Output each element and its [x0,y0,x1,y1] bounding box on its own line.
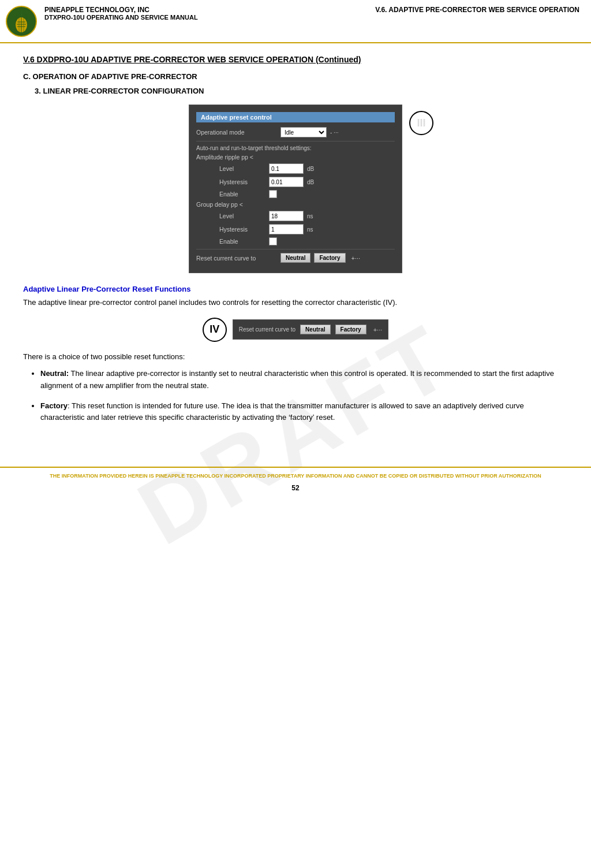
group-delay-row: Group delay pp < [196,201,395,208]
section-title: V.6 DXDPRO-10U ADAPTIVE PRE-CORRECTOR WE… [23,55,568,64]
bullet-factory-label: Factory [40,401,68,410]
amplitude-level-input[interactable]: 0.1 [269,163,304,174]
footer-text: THE INFORMATION PROVIDED HEREIN IS PINEA… [12,472,579,480]
reset-row: Reset current curve to Neutral Factory +… [196,253,395,263]
amplitude-hysteresis-row: Hysteresis 0.01 dB [196,177,395,187]
enable-label-1: Enable [219,191,265,198]
amplitude-hysteresis-unit: dB [307,179,317,185]
page-wrapper: PINEAPPLE TECHNOLOGY, INC V.6. ADAPTIVE … [0,0,591,498]
reset-functions-body: The adaptive linear pre-corrector contro… [23,297,568,308]
sub-section-3: 3. LINEAR PRE-CORRECTOR CONFIGURATION [35,87,568,95]
company-logo [6,6,38,38]
level-label-2: Level [219,213,265,219]
header-manual: DTXPRO-10U OPERATING AND SERVICE MANUAL [44,14,579,21]
reset-label: Reset current curve to [196,255,277,262]
iv-reset-label: Reset current curve to [239,326,296,333]
group-level-unit: ns [307,213,317,219]
operational-mode-label: Operational mode [196,129,277,136]
amplitude-level-row: Level 0.1 dB [196,163,395,174]
amplitude-enable-row: Enable [196,190,395,198]
bullet-neutral: Neutral: The linear adaptive pre-correct… [40,368,568,392]
group-enable-checkbox[interactable] [269,237,277,245]
amplitude-hysteresis-input[interactable]: 0.01 [269,177,304,187]
page-header: PINEAPPLE TECHNOLOGY, INC V.6. ADAPTIVE … [0,0,591,43]
callout-IV-circle: IV [203,318,227,342]
group-level-input[interactable]: 18 [269,211,304,221]
group-hysteresis-input[interactable]: 1 [269,224,304,234]
factory-button[interactable]: Factory [314,253,345,263]
operational-mode-row: Operational mode Idle - ··· [196,127,395,137]
bullet-neutral-label: Neutral: [40,369,69,378]
iv-factory-button[interactable]: Factory [335,325,366,334]
iv-more-dots: +··· [373,326,383,333]
more-dots: +··· [351,255,361,262]
header-text: PINEAPPLE TECHNOLOGY, INC V.6. ADAPTIVE … [44,6,579,21]
bullet-factory-text: : This reset function is intended for fu… [40,401,524,422]
level-label-1: Level [219,165,265,172]
hysteresis-label-2: Hysteresis [219,226,265,233]
separator-2 [196,249,395,249]
bullet-neutral-text: The linear adaptive pre-corrector is ins… [40,369,554,390]
neutral-button[interactable]: Neutral [280,253,311,263]
group-hysteresis-unit: ns [307,226,317,233]
header-company-line: PINEAPPLE TECHNOLOGY, INC V.6. ADAPTIVE … [44,6,579,14]
iv-container: IV Reset current curve to Neutral Factor… [23,318,568,342]
page-footer: THE INFORMATION PROVIDED HEREIN IS PINEA… [0,467,591,498]
panel-title: Adaptive preset control [196,112,395,122]
amplitude-enable-checkbox[interactable] [269,190,277,198]
autorun-label: Auto-run and run-to-target threshold set… [196,145,395,151]
iv-neutral-button[interactable]: Neutral [300,325,330,334]
main-content: V.6 DXDPRO-10U ADAPTIVE PRE-CORRECTOR WE… [0,43,591,444]
separator-1 [196,141,395,141]
hysteresis-label-1: Hysteresis [219,178,265,185]
group-delay-label: Group delay pp < [196,201,277,208]
group-enable-row: Enable [196,237,395,245]
bullet-factory: Factory: This reset function is intended… [40,400,568,424]
enable-label-2: Enable [219,238,265,245]
ui-panel-container: Adaptive preset control Operational mode… [23,105,568,273]
operational-mode-select[interactable]: Idle [280,127,327,137]
bullet-list: Neutral: The linear adaptive pre-correct… [40,368,568,424]
group-hysteresis-row: Hysteresis 1 ns [196,224,395,234]
amplitude-label: Amplitude ripple pp < [196,154,277,161]
adaptive-preset-panel: Adaptive preset control Operational mode… [189,105,402,273]
callout-III: III [409,111,433,135]
page-number: 52 [12,483,579,493]
company-name: PINEAPPLE TECHNOLOGY, INC [44,6,149,14]
operational-mode-dots: - ··· [330,129,338,136]
reset-functions-heading: Adaptive Linear Pre-Corrector Reset Func… [23,285,568,293]
chapter-title: V.6. ADAPTIVE PRE-CORRECTOR WEB SERVICE … [375,6,579,14]
sub-section-c: C. OPERATION OF ADAPTIVE PRE-CORRECTOR [23,72,568,81]
two-reset-intro: There is a choice of two possible reset … [23,351,568,363]
group-level-row: Level 18 ns [196,211,395,221]
amplitude-row: Amplitude ripple pp < [196,154,395,161]
amplitude-level-unit: dB [307,166,317,172]
iv-panel-small: Reset current curve to Neutral Factory +… [233,319,389,340]
